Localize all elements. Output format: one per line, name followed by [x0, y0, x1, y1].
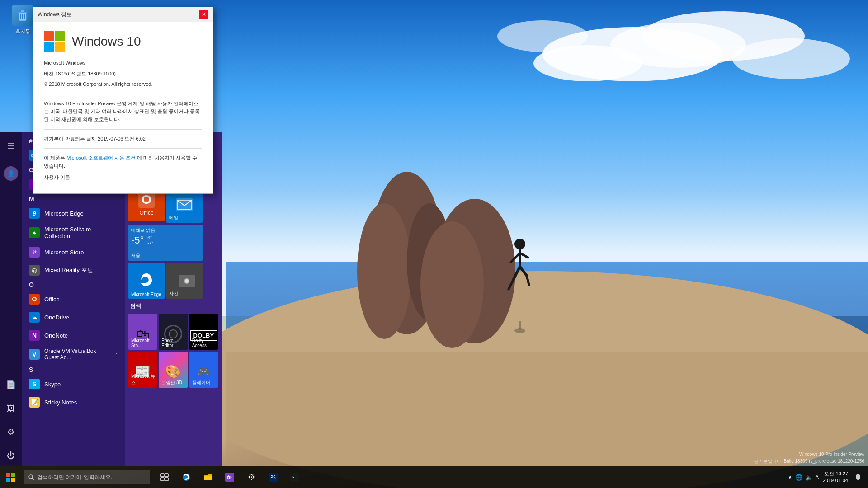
settings-button[interactable]: ⚙	[0, 421, 22, 443]
hamburger-button[interactable]: ☰	[0, 136, 22, 157]
tile-edge[interactable]: Microsoft Edge	[128, 263, 165, 299]
user-avatar: 👤	[4, 166, 18, 181]
dialog-close-button[interactable]: ✕	[199, 10, 208, 19]
settings-taskbar-button[interactable]: ⚙	[241, 466, 262, 488]
dialog-logo-row: Windows 10	[44, 31, 202, 52]
photos-button[interactable]: 🖼	[0, 398, 22, 419]
svg-point-43	[185, 279, 189, 283]
dialog-body: Windows 10 Microsoft Windows 버전 1809(OS …	[33, 22, 213, 193]
app-edge[interactable]: e Microsoft Edge	[22, 204, 125, 222]
mail-tile-label: 메일	[169, 215, 178, 221]
svg-rect-52	[161, 478, 164, 481]
svg-line-49	[32, 478, 34, 480]
taskbar-app-icons: 🛍 ⚙ PS >_	[154, 466, 306, 488]
app-virtualbox[interactable]: V Oracle VM VirtualBox Guest Ad... ˅	[22, 344, 125, 364]
taskbar-clock[interactable]: 오전 10:27 2019-01-04	[823, 470, 848, 484]
app-office[interactable]: O Office	[22, 290, 125, 308]
app-label-virtualbox: Oracle VM VirtualBox Guest Ad...	[44, 348, 111, 361]
volume-icon[interactable]: 🔈	[805, 474, 812, 481]
section-m: M	[22, 193, 125, 204]
edge-taskbar-button[interactable]	[175, 466, 197, 488]
svg-rect-44	[6, 473, 10, 477]
taskbar-search[interactable]: 검색하려면 여기에 입력하세요.	[24, 470, 150, 484]
notification-button[interactable]	[852, 466, 864, 488]
edge-tile-label: Microsoft Edge	[131, 292, 161, 297]
build-line2: 평가본입니다. Build 18309.rs_prerelease.181220…	[754, 458, 864, 465]
powershell-taskbar-button[interactable]: PS	[262, 466, 284, 488]
dialog-title: Windows 정보	[38, 11, 72, 19]
app-solitaire[interactable]: ♠ Microsoft Solitaire Collection	[22, 222, 125, 243]
user-button[interactable]: 👤	[0, 163, 22, 184]
app-label-edge: Microsoft Edge	[44, 210, 84, 217]
explorer-taskbar-button[interactable]	[197, 466, 219, 488]
svg-text:🛍: 🛍	[227, 474, 233, 481]
app-sticky-notes[interactable]: 📝 Sticky Notes	[22, 393, 125, 411]
app-label-solitaire: Microsoft Solitaire Collection	[44, 226, 118, 239]
svg-point-48	[29, 475, 33, 479]
svg-rect-46	[6, 478, 10, 482]
dialog-expiry: 평가본이 만료되는 날짜:2019-07-06 오전 6:02	[44, 135, 202, 143]
taskbar-right: ∧ 🌐 🔈 A 오전 10:27 2019-01-04	[788, 466, 868, 488]
svg-rect-53	[165, 478, 168, 481]
app-mixed-reality[interactable]: ◎ Mixed Reality 포털	[22, 261, 125, 279]
app-icon-store: 🛍	[29, 247, 40, 258]
windows-logo	[44, 31, 65, 52]
network-icon[interactable]: 🌐	[795, 474, 802, 481]
tile-store[interactable]: 🛍 Microsoft Sto...	[128, 314, 157, 350]
taskbar-sys-tray: ∧ 🌐 🔈 A	[788, 474, 819, 481]
license-link[interactable]: Microsoft 소프트웨어 사용 조건	[66, 155, 136, 160]
app-store[interactable]: 🛍 Microsoft Store	[22, 243, 125, 261]
dialog-copyright: © 2018 Microsoft Corporation. All rights…	[44, 80, 202, 89]
chevron-icon[interactable]: ∧	[788, 474, 793, 481]
svg-rect-51	[165, 474, 168, 477]
tile-paint3d[interactable]: 🎨 그림판 3D	[159, 352, 187, 388]
keyboard-icon: A	[815, 474, 819, 481]
app-label-store: Microsoft Store	[44, 249, 84, 256]
dialog-user-label: 사용자 이름	[44, 174, 202, 182]
app-label-office: Office	[44, 296, 60, 303]
app-expand-virtualbox: ˅	[115, 352, 118, 357]
office-big-icon: O	[138, 192, 155, 208]
dialog-body-text: Windows 10 Pro Insider Preview 운영 체제 및 해…	[44, 100, 202, 124]
app-onedrive[interactable]: ☁ OneDrive	[22, 308, 125, 326]
build-info: Windows 10 Pro Insider Preview 평가본입니다. B…	[754, 451, 864, 465]
svg-rect-27	[21, 10, 24, 12]
svg-point-5	[732, 38, 850, 79]
tile-dolby[interactable]: DOLBY Dolby Access	[189, 314, 218, 350]
dialog-version: 버전 1809(OS 빌드 18309.1000)	[44, 70, 202, 78]
svg-point-14	[420, 221, 484, 348]
app-skype[interactable]: S Skype	[22, 375, 125, 393]
tiles-row-edge-photo: Microsoft Edge 사진	[128, 263, 218, 299]
svg-point-11	[357, 203, 411, 339]
cmd-taskbar-button[interactable]: >_	[284, 466, 306, 488]
taskbar-date: 2019-01-04	[823, 477, 848, 484]
tiles-row-explore1: 🛍 Microsoft Sto... Photo Editor... DOLBY…	[128, 314, 218, 350]
tile-games[interactable]: 🎮 플레이어	[189, 352, 218, 388]
app-label-mixed-reality: Mixed Reality 포털	[44, 266, 93, 274]
license-text1: 이 제품은	[44, 155, 66, 160]
app-onenote[interactable]: N OneNote	[22, 326, 125, 344]
svg-rect-47	[11, 478, 15, 482]
store-taskbar-button[interactable]: 🛍	[219, 466, 241, 488]
tile-weather[interactable]: 대체로 맑음 -5° 6° -7° 서울	[128, 225, 203, 261]
win-logo-green	[55, 31, 65, 41]
store-tile-label: Microsoft Sto...	[131, 338, 157, 348]
documents-button[interactable]: 📄	[0, 374, 22, 396]
games-icon: 🎮	[198, 366, 210, 378]
task-view-button[interactable]	[154, 466, 175, 488]
tile-news[interactable]: 📰 Microsoft 뉴스	[128, 352, 157, 388]
dialog-corp: Microsoft Windows	[44, 59, 202, 67]
section-o: O	[22, 279, 125, 290]
dialog-title-bar: Windows 정보 ✕	[33, 7, 213, 22]
svg-text:>_: >_	[292, 475, 297, 479]
tile-photo[interactable]: 사진	[166, 263, 203, 299]
weather-city: 서울	[131, 253, 140, 259]
recycle-bin-img	[12, 5, 33, 26]
start-button[interactable]	[0, 466, 22, 488]
power-button[interactable]: ⏻	[0, 445, 22, 466]
app-icon-onenote: N	[29, 330, 40, 341]
dolby-tile-label: Dolby Access	[192, 338, 218, 348]
photo-editor-label: Photo Editor...	[161, 338, 187, 348]
tile-photo-editor[interactable]: Photo Editor...	[159, 314, 187, 350]
windows-version-title: Windows 10	[72, 34, 141, 49]
